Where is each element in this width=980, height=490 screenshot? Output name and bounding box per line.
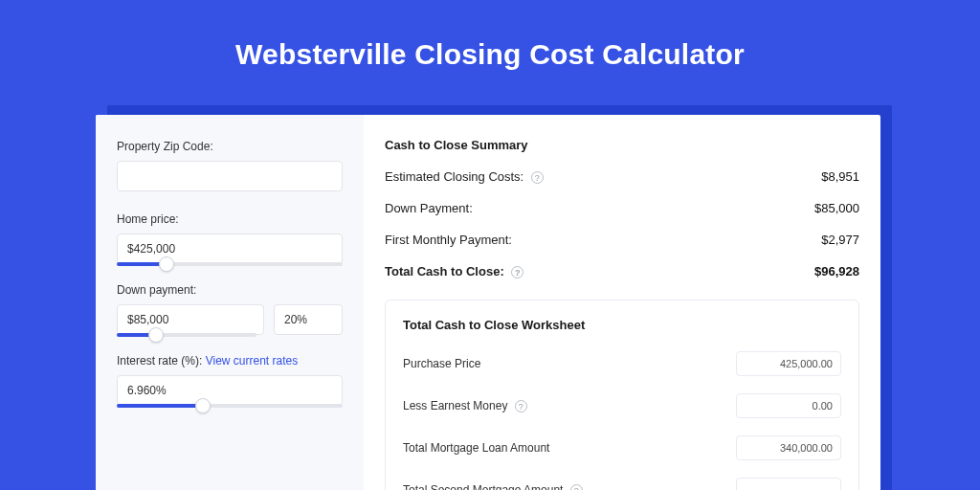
- help-icon[interactable]: ?: [515, 400, 527, 412]
- summary-row: Estimated Closing Costs: ? $8,951: [385, 169, 859, 184]
- worksheet-row-input[interactable]: [736, 393, 841, 418]
- results-panel: Cash to Close Summary Estimated Closing …: [364, 115, 880, 490]
- worksheet-row: Total Mortgage Loan Amount: [403, 435, 841, 460]
- interest-slider[interactable]: [117, 404, 343, 408]
- page-title: Websterville Closing Cost Calculator: [0, 38, 980, 71]
- inputs-sidebar: Property Zip Code: Home price: Down paym…: [96, 115, 364, 490]
- slider-thumb-icon[interactable]: [195, 398, 211, 413]
- summary-total-value: $96,928: [814, 264, 859, 278]
- interest-field: Interest rate (%): View current rates: [117, 354, 343, 408]
- interest-input[interactable]: [117, 375, 343, 406]
- summary-row-value: $2,977: [821, 233, 859, 247]
- down-payment-label: Down payment:: [117, 283, 343, 297]
- summary-row-label: First Monthly Payment:: [385, 233, 512, 247]
- summary-total-label: Total Cash to Close:: [385, 264, 504, 278]
- worksheet-row-label: Total Mortgage Loan Amount: [403, 441, 549, 455]
- worksheet-row-input[interactable]: [736, 351, 841, 376]
- worksheet-row: Total Second Mortgage Amount ?: [403, 478, 841, 490]
- worksheet-row-label: Total Second Mortgage Amount: [403, 483, 563, 490]
- summary-row: First Monthly Payment: $2,977: [385, 233, 859, 247]
- calculator-card: Property Zip Code: Home price: Down paym…: [96, 115, 880, 490]
- summary-total-row: Total Cash to Close: ? $96,928: [385, 264, 859, 278]
- interest-label-text: Interest rate (%):: [117, 354, 202, 368]
- summary-row: Down Payment: $85,000: [385, 201, 859, 215]
- home-price-input[interactable]: [117, 234, 343, 264]
- home-price-label: Home price:: [117, 212, 343, 226]
- worksheet-card: Total Cash to Close Worksheet Purchase P…: [385, 300, 859, 490]
- zip-label: Property Zip Code:: [117, 140, 343, 153]
- down-payment-field: Down payment:: [117, 283, 343, 337]
- down-payment-input[interactable]: [117, 304, 264, 335]
- summary-row-value: $85,000: [814, 201, 859, 215]
- home-price-field: Home price:: [117, 212, 343, 266]
- help-icon[interactable]: ?: [531, 171, 544, 184]
- worksheet-row-input[interactable]: [736, 478, 841, 490]
- zip-input[interactable]: [117, 161, 343, 191]
- summary-row-value: $8,951: [821, 169, 859, 184]
- slider-thumb-icon[interactable]: [159, 256, 174, 272]
- help-icon[interactable]: ?: [570, 484, 583, 490]
- slider-thumb-icon[interactable]: [148, 327, 164, 343]
- worksheet-row-label: Less Earnest Money: [403, 399, 507, 412]
- help-icon[interactable]: ?: [511, 266, 523, 278]
- worksheet-row-input[interactable]: [736, 435, 841, 460]
- view-rates-link[interactable]: View current rates: [206, 354, 299, 368]
- summary-row-label: Estimated Closing Costs:: [385, 169, 523, 184]
- down-payment-slider[interactable]: [117, 333, 256, 337]
- summary-title: Cash to Close Summary: [385, 138, 859, 152]
- worksheet-row-label: Purchase Price: [403, 357, 480, 370]
- worksheet-title: Total Cash to Close Worksheet: [403, 318, 841, 332]
- worksheet-row: Less Earnest Money ?: [403, 393, 841, 418]
- summary-row-label: Down Payment:: [385, 201, 473, 215]
- home-price-slider[interactable]: [117, 262, 343, 266]
- worksheet-row: Purchase Price: [403, 351, 841, 376]
- down-payment-percent-input[interactable]: [274, 304, 343, 335]
- interest-label: Interest rate (%): View current rates: [117, 354, 343, 368]
- zip-field: Property Zip Code:: [117, 140, 343, 191]
